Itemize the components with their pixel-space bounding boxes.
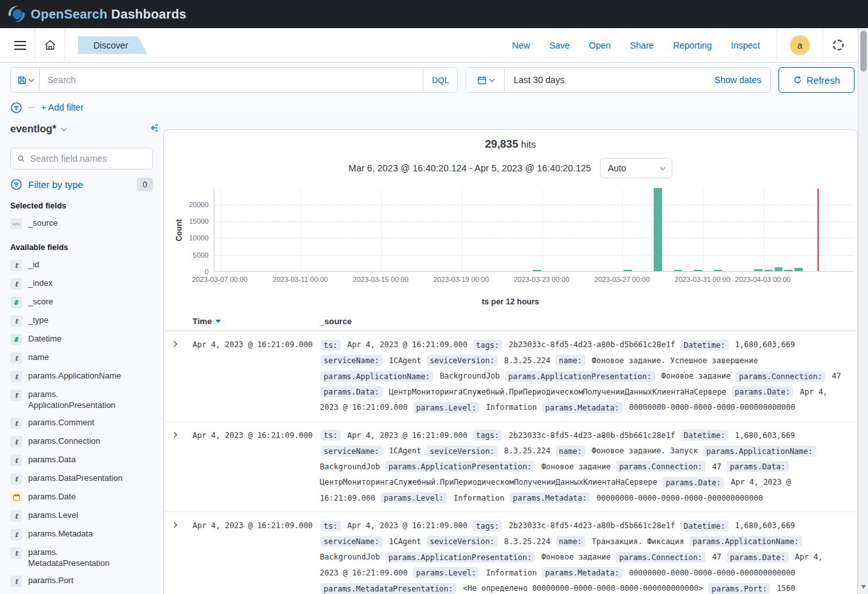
nav-link-save[interactable]: Save: [549, 40, 570, 51]
home-icon[interactable]: [39, 35, 61, 56]
field-item[interactable]: #Datetime: [10, 330, 153, 348]
interval-select[interactable]: Auto: [600, 158, 672, 178]
calendar-icon[interactable]: [466, 68, 505, 92]
histogram-bar[interactable]: [694, 270, 702, 271]
filter-icon[interactable]: [10, 102, 22, 114]
avatar[interactable]: a: [790, 35, 810, 55]
nav-link-share[interactable]: Share: [630, 40, 654, 51]
field-type-string-icon: t: [10, 352, 22, 364]
y-tick-label: 0: [169, 268, 209, 276]
field-type-string-icon: t: [10, 510, 22, 522]
source-key-badge: params.ApplicationName:: [703, 446, 816, 457]
filter-count-badge: 0: [137, 178, 153, 191]
y-gridline: [214, 221, 853, 222]
field-item[interactable]: tname: [10, 348, 153, 367]
source-key-badge: params.ApplicationPresentation:: [385, 461, 535, 472]
histogram-bar[interactable]: [654, 188, 662, 271]
row-time: Apr 4, 2023 @ 16:21:09.000: [193, 428, 320, 506]
field-type-date-icon: [10, 492, 22, 503]
x-tick-label: 2023-03-19 00:00: [433, 276, 489, 283]
field-item[interactable]: tparams.​Metadata: [10, 525, 153, 543]
expand-row-icon[interactable]: [171, 428, 193, 442]
scrollbar-track[interactable]: [858, 28, 868, 594]
source-key-badge: params.Data:: [320, 386, 383, 397]
field-type-string-icon: t: [10, 436, 22, 448]
source-key-badge: ts:: [320, 430, 341, 441]
field-item[interactable]: t_index: [10, 274, 153, 293]
field-item[interactable]: t_type: [10, 311, 153, 330]
opensearch-logo-icon[interactable]: [8, 6, 25, 22]
collapse-sidebar-icon[interactable]: [150, 123, 160, 133]
field-item[interactable]: #_score: [10, 293, 153, 311]
time-range-value[interactable]: Last 30 days: [505, 75, 564, 85]
search-group: DQL: [10, 67, 458, 93]
saved-queries-button[interactable]: [11, 68, 40, 92]
field-name: params.​Level: [28, 510, 78, 520]
histogram-bar[interactable]: [674, 270, 683, 271]
field-item[interactable]: tparams.​Data: [10, 451, 153, 469]
menu-hamburger-icon[interactable]: [9, 35, 31, 56]
expand-row-icon[interactable]: [171, 337, 193, 351]
histogram-bar[interactable]: [794, 268, 803, 271]
divider: [65, 28, 65, 63]
field-type-string-icon: t: [10, 371, 22, 382]
histogram-chart: Count 05000100001500020000 2023-03-07 00…: [164, 186, 857, 287]
filter-by-type-icon: [10, 178, 22, 191]
field-item[interactable]: params.​Date: [10, 488, 153, 506]
nav-link-new[interactable]: New: [512, 40, 530, 51]
divider: [35, 28, 35, 63]
field-item[interactable]: </>_source: [10, 214, 153, 233]
search-input[interactable]: [40, 68, 423, 92]
histogram-bar[interactable]: [624, 270, 632, 271]
index-pattern-switcher[interactable]: eventlog*: [10, 123, 153, 135]
histogram-bar[interactable]: [764, 270, 773, 271]
field-item[interactable]: tparams.​Port: [10, 572, 153, 590]
top-banner: OpenSearchDashboards: [0, 0, 868, 28]
source-key-badge: params.Level:: [413, 567, 480, 578]
available-fields-list: t_idt_index#_scoret_type#Datetimetnametp…: [10, 256, 153, 594]
x-gridline: [622, 189, 623, 271]
field-type-string-icon: t: [10, 418, 22, 429]
tab-discover[interactable]: Discover: [78, 36, 147, 54]
chevron-down-icon: [61, 125, 67, 130]
field-item[interactable]: t_id: [10, 256, 153, 274]
field-item[interactable]: tparams.​ServerName: [10, 590, 153, 594]
histogram-bar[interactable]: [714, 270, 722, 271]
column-header-source: _source: [320, 317, 846, 326]
nav-link-reporting[interactable]: Reporting: [673, 40, 712, 51]
field-item[interactable]: tparams.​DataPresentation: [10, 469, 153, 488]
app-title: OpenSearchDashboards: [31, 7, 186, 22]
scrollbar-thumb[interactable]: [860, 31, 867, 72]
histogram-bar[interactable]: [784, 270, 793, 271]
refresh-button[interactable]: Refresh: [778, 67, 855, 93]
histogram-bar[interactable]: [775, 267, 783, 271]
field-item[interactable]: tparams.​Connection: [10, 432, 153, 451]
histogram-bar[interactable]: [754, 269, 762, 271]
x-gridline: [381, 189, 382, 271]
divider: [777, 28, 777, 63]
field-item[interactable]: tparams.​ApplicationName: [10, 367, 153, 386]
field-item[interactable]: tparams.​Level: [10, 506, 153, 525]
help-icon[interactable]: [827, 35, 849, 56]
field-item[interactable]: tparams.​Comment: [10, 414, 153, 432]
source-key-badge: seviceVersion:: [427, 446, 498, 457]
field-search-input[interactable]: [30, 153, 146, 164]
field-item[interactable]: tparams.​ApplicationPresentation: [10, 386, 153, 414]
scrollbar-down-arrow[interactable]: [861, 585, 866, 591]
row-source: ts: Apr 4, 2023 @ 16:21:09.000 tags: 2b2…: [320, 337, 846, 416]
nav-link-inspect[interactable]: Inspect: [731, 40, 760, 51]
field-item[interactable]: tparams.​MetadataPresentation: [10, 543, 153, 572]
add-filter-button[interactable]: + Add filter: [41, 102, 84, 113]
nav-link-open[interactable]: Open: [589, 40, 611, 51]
nav-menu: NewSaveOpenShareReportingInspect: [512, 40, 760, 51]
histogram-plot-area: [214, 189, 853, 272]
show-dates-button[interactable]: Show dates: [714, 75, 770, 85]
column-header-time[interactable]: Time: [193, 317, 320, 326]
filter-by-type-button[interactable]: Filter by type: [28, 179, 83, 190]
source-key-badge: params.Port:: [708, 583, 770, 594]
source-key-badge: seviceVersion:: [427, 355, 498, 366]
histogram-bar[interactable]: [533, 270, 541, 271]
calendar-mini-icon: [13, 494, 20, 501]
query-language-button[interactable]: DQL: [423, 68, 457, 92]
expand-row-icon[interactable]: [171, 518, 193, 532]
